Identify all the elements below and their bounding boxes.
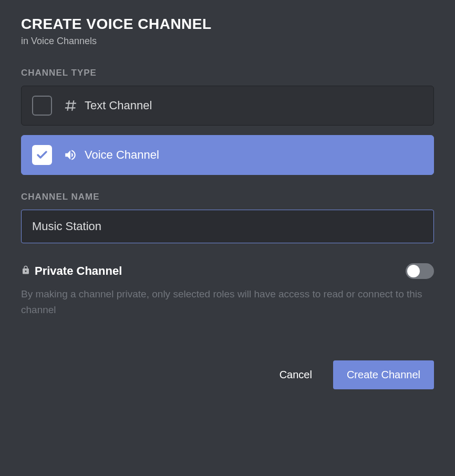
lock-icon <box>21 265 30 277</box>
channel-type-label: CHANNEL TYPE <box>21 68 434 78</box>
channel-name-input[interactable] <box>21 210 434 243</box>
text-channel-label: Text Channel <box>85 99 152 112</box>
private-channel-row: Private Channel <box>21 263 434 279</box>
channel-type-section: CHANNEL TYPE Text Channel Voice Cha <box>21 68 434 175</box>
modal-title: CREATE VOICE CHANNEL <box>21 16 434 33</box>
channel-name-label: CHANNEL NAME <box>21 192 434 202</box>
toggle-knob <box>407 265 420 277</box>
voice-channel-label: Voice Channel <box>85 148 159 162</box>
modal-footer: Cancel Create Channel <box>21 360 434 389</box>
create-channel-button[interactable]: Create Channel <box>333 360 434 389</box>
text-channel-checkbox[interactable] <box>32 96 52 116</box>
private-channel-description: By making a channel private, only select… <box>21 286 434 318</box>
private-label-group: Private Channel <box>21 264 122 278</box>
modal-subtitle: in Voice Channels <box>21 36 434 47</box>
text-channel-option[interactable]: Text Channel <box>21 86 434 126</box>
voice-channel-checkbox[interactable] <box>32 145 52 165</box>
speaker-icon <box>64 148 77 162</box>
private-channel-toggle[interactable] <box>406 263 434 279</box>
voice-channel-option[interactable]: Voice Channel <box>21 135 434 175</box>
create-channel-modal: CREATE VOICE CHANNEL in Voice Channels C… <box>21 16 434 389</box>
private-channel-label: Private Channel <box>35 264 122 278</box>
cancel-button[interactable]: Cancel <box>274 361 317 388</box>
hash-icon <box>64 99 77 112</box>
channel-name-section: CHANNEL NAME <box>21 192 434 263</box>
